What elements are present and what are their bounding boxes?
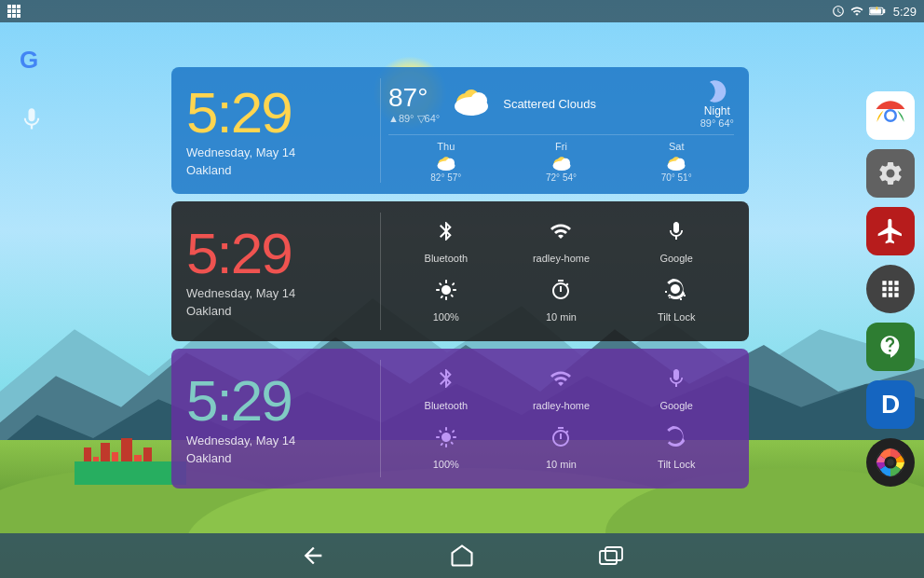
qs-google-label-purple: Google <box>659 400 692 411</box>
qs-timer-label-purple: 10 min <box>546 459 577 470</box>
qs-tiltlock-purple[interactable]: Tilt Lock <box>618 419 734 477</box>
chrome-app-icon[interactable] <box>866 91 915 140</box>
clock-section-blue: 5:29 Wednesday, May 14 Oakland <box>186 84 373 177</box>
clock-time-purple: 5:29 <box>186 372 361 430</box>
brightness-icon-purple <box>435 426 457 455</box>
clock-location-purple: Oakland <box>186 451 361 465</box>
clock-date-purple: Wednesday, May 14 <box>186 434 361 447</box>
clock-section-purple: 5:29 Wednesday, May 14 Oakland <box>186 372 373 465</box>
mic-icon[interactable] <box>13 101 50 138</box>
timer-icon-purple <box>550 426 572 455</box>
dictionary-app-icon[interactable]: D <box>866 380 915 429</box>
left-sidebar: G <box>0 22 63 556</box>
svg-rect-18 <box>12 9 16 13</box>
svg-rect-14 <box>7 5 11 8</box>
qs-bluetooth-dark[interactable]: Bluetooth <box>388 213 504 271</box>
weather-temp-main-blue: 87° ▲89° ▽64° <box>388 83 440 125</box>
weather-desc-blue: Scattered Clouds <box>503 97 596 111</box>
status-time: 5:29 <box>893 5 917 19</box>
qs-tiltlock-dark[interactable]: Tilt Lock <box>618 271 734 330</box>
stats-app-icon[interactable] <box>866 323 915 371</box>
qs-wifi-label-purple: radley-home <box>533 400 590 411</box>
svg-rect-16 <box>17 5 20 8</box>
status-bar: 5:29 <box>0 0 924 22</box>
svg-point-45 <box>887 112 895 120</box>
wifi-status-icon <box>850 5 863 18</box>
qs-mic-dark[interactable]: Google <box>618 213 734 271</box>
main-content: 5:29 Wednesday, May 14 Oakland 87° ▲89° … <box>63 22 857 533</box>
qs-timer-dark[interactable]: 10 min <box>504 271 619 330</box>
qs-brightness-label-dark: 100% <box>433 311 459 323</box>
recents-button[interactable] <box>592 539 630 572</box>
quick-settings-widget-dark: 5:29 Wednesday, May 14 Oakland Bluetooth <box>171 201 749 341</box>
clock-date-dark: Wednesday, May 14 <box>186 286 361 300</box>
battery-icon <box>869 5 886 18</box>
qs-brightness-dark[interactable]: 100% <box>388 271 504 330</box>
clock-date-blue: Wednesday, May 14 <box>186 145 361 159</box>
qs-brightness-label-purple: 100% <box>433 459 459 470</box>
svg-point-48 <box>887 459 894 466</box>
bluetooth-icon-dark <box>435 220 457 249</box>
qs-wifi-purple[interactable]: radley-home <box>504 360 619 419</box>
svg-point-30 <box>455 97 488 116</box>
svg-rect-15 <box>12 5 16 8</box>
forecast-thu: Thu 82° 57° <box>388 141 504 183</box>
qs-bluetooth-purple[interactable]: Bluetooth <box>388 360 504 419</box>
qs-timer-purple[interactable]: 10 min <box>504 419 619 477</box>
nav-bar <box>0 533 924 578</box>
forecast-fri: Fri 72° 54° <box>504 141 619 183</box>
settings-app-icon[interactable] <box>866 149 915 198</box>
weather-widget-blue: 5:29 Wednesday, May 14 Oakland 87° ▲89° … <box>171 67 749 194</box>
app-drawer-icon[interactable] <box>866 265 915 313</box>
svg-point-42 <box>668 160 686 171</box>
google-search-icon[interactable]: G <box>13 41 50 78</box>
weather-cloud-icon <box>451 84 492 123</box>
svg-rect-17 <box>7 9 11 13</box>
back-button[interactable] <box>294 539 332 572</box>
qs-bluetooth-label-purple: Bluetooth <box>425 400 468 411</box>
weather-condition-blue: Scattered Clouds <box>503 97 596 111</box>
qs-tiltlock-label-purple: Tilt Lock <box>658 459 696 470</box>
svg-rect-50 <box>605 547 622 560</box>
grid-icon <box>7 5 20 18</box>
right-sidebar: D <box>857 22 924 556</box>
svg-point-38 <box>552 160 570 171</box>
wifi-icon-purple <box>550 367 572 396</box>
tiltlock-icon-purple <box>665 426 687 455</box>
alarm-icon <box>832 5 845 18</box>
home-button[interactable] <box>443 539 481 572</box>
svg-rect-20 <box>7 14 11 18</box>
svg-text:G: G <box>20 46 38 74</box>
tiltlock-icon-dark <box>665 279 687 308</box>
qs-tiltlock-label-dark: Tilt Lock <box>658 311 696 323</box>
qs-mic-purple[interactable]: Google <box>618 360 734 419</box>
clock-section-dark: 5:29 Wednesday, May 14 Oakland <box>186 225 373 318</box>
clock-time-dark: 5:29 <box>186 225 361 282</box>
weather-hilo-blue: ▲89° ▽64° <box>388 113 440 125</box>
weather-night-blue: Night 89° 64° <box>700 78 734 129</box>
forecast-sat: Sat 70° 51° <box>618 141 734 183</box>
svg-point-34 <box>437 160 455 171</box>
mic-icon-dark <box>665 220 687 249</box>
clock-time-blue: 5:29 <box>186 84 361 142</box>
qs-wifi-dark[interactable]: radley-home <box>504 213 619 271</box>
brightness-icon-dark <box>435 279 457 308</box>
status-bar-left <box>7 5 20 18</box>
qs-bluetooth-label-dark: Bluetooth <box>425 253 468 264</box>
palette-app-icon[interactable] <box>866 438 915 487</box>
quick-settings-purple: Bluetooth radley-home Google 100% <box>388 360 734 477</box>
quick-settings-widget-purple: 5:29 Wednesday, May 14 Oakland Bluetooth… <box>171 349 749 489</box>
qs-timer-label-dark: 10 min <box>546 311 577 323</box>
mic-icon-purple <box>665 367 687 396</box>
svg-rect-22 <box>17 14 20 18</box>
plane-game-app-icon[interactable] <box>866 207 915 255</box>
quick-settings-dark: Bluetooth radley-home Google 100% <box>388 213 734 330</box>
svg-rect-25 <box>870 8 881 13</box>
weather-section-blue: 87° ▲89° ▽64° Scattered Clouds <box>388 78 734 183</box>
qs-brightness-purple[interactable]: 100% <box>388 419 504 477</box>
qs-wifi-label-dark: radley-home <box>533 253 590 264</box>
wifi-icon-dark <box>550 220 572 249</box>
qs-google-label-dark: Google <box>659 253 692 264</box>
svg-rect-24 <box>883 9 885 14</box>
clock-location-dark: Oakland <box>186 304 361 318</box>
